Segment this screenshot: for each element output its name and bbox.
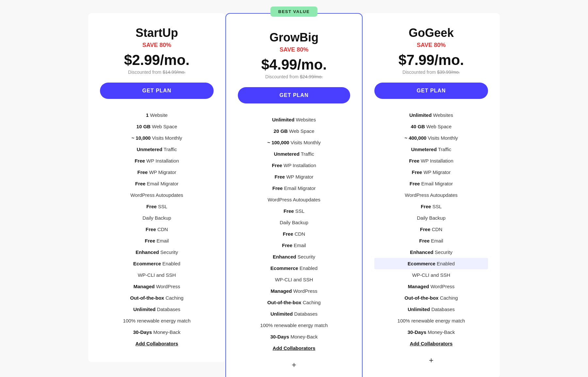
- plan-card-startup: StartUpSAVE 80%$2.99/mo.Discounted from …: [88, 13, 225, 362]
- feature-item-growbig-9: Daily Backup: [238, 217, 350, 228]
- plan-name-startup: StartUp: [100, 26, 214, 40]
- feature-item-startup-16: Out-of-the-box Caching: [100, 292, 214, 304]
- get-plan-btn-startup[interactable]: GET PLAN: [100, 83, 214, 99]
- feature-item-startup-15: Managed WordPress: [100, 281, 214, 292]
- plus-icon-gogeek: +: [374, 356, 488, 365]
- plan-card-gogeek: GoGeekSAVE 80%$7.99/mo.Discounted from $…: [363, 13, 500, 377]
- feature-item-startup-14: WP-CLI and SSH: [100, 269, 214, 281]
- feature-item-gogeek-14: WP-CLI and SSH: [374, 269, 488, 281]
- feature-item-gogeek-15: Managed WordPress: [374, 281, 488, 292]
- feature-item-gogeek-8: Free SSL: [374, 201, 488, 212]
- feature-item-gogeek-6: Free Email Migrator: [374, 178, 488, 189]
- feature-item-gogeek-17: Unlimited Databases: [374, 304, 488, 315]
- price-growbig: $4.99/mo.: [238, 56, 350, 73]
- feature-item-startup-7: WordPress Autoupdates: [100, 189, 214, 201]
- feature-item-gogeek-7: WordPress Autoupdates: [374, 189, 488, 201]
- feature-item-gogeek-9: Daily Backup: [374, 212, 488, 224]
- discounted-from-growbig: Discounted from $24.99/mo.: [238, 74, 350, 79]
- feature-item-growbig-16: Out-of-the-box Caching: [238, 297, 350, 308]
- feature-item-gogeek-19: 30-Days Money-Back: [374, 326, 488, 338]
- feature-item-gogeek-0: Unlimited Websites: [374, 109, 488, 121]
- plan-name-growbig: GrowBig: [238, 31, 350, 44]
- feature-item-startup-3: Unmetered Traffic: [100, 144, 214, 155]
- save-label-growbig: SAVE 80%: [238, 46, 350, 53]
- features-list-growbig: Unlimited Websites20 GB Web Space~ 100,0…: [238, 114, 350, 354]
- save-label-gogeek: SAVE 80%: [374, 42, 488, 49]
- feature-item-gogeek-10: Free CDN: [374, 224, 488, 235]
- feature-item-gogeek-3: Unmetered Traffic: [374, 144, 488, 155]
- feature-item-growbig-13: Ecommerce Enabled: [238, 262, 350, 274]
- feature-item-startup-8: Free SSL: [100, 201, 214, 212]
- feature-item-growbig-8: Free SSL: [238, 205, 350, 217]
- feature-item-growbig-7: WordPress Autoupdates: [238, 194, 350, 205]
- feature-item-startup-11: Free Email: [100, 235, 214, 246]
- feature-item-gogeek-2: ~ 400,000 Visits Monthly: [374, 132, 488, 144]
- feature-item-startup-18: 100% renewable energy match: [100, 315, 214, 326]
- feature-item-gogeek-16: Out-of-the-box Caching: [374, 292, 488, 304]
- save-label-startup: SAVE 80%: [100, 42, 214, 49]
- feature-item-growbig-6: Free Email Migrator: [238, 182, 350, 194]
- feature-item-growbig-0: Unlimited Websites: [238, 114, 350, 125]
- feature-item-gogeek-12: Enhanced Security: [374, 246, 488, 258]
- feature-item-startup-4: Free WP Installation: [100, 155, 214, 166]
- feature-item-growbig-18: 100% renewable energy match: [238, 320, 350, 331]
- feature-item-growbig-2: ~ 100,000 Visits Monthly: [238, 137, 350, 148]
- feature-item-gogeek-13: Ecommerce Enabled: [374, 258, 488, 269]
- plan-name-gogeek: GoGeek: [374, 26, 488, 40]
- feature-item-startup-1: 10 GB Web Space: [100, 121, 214, 132]
- best-value-badge: BEST VALUE: [270, 7, 318, 17]
- get-plan-btn-gogeek[interactable]: GET PLAN: [374, 83, 488, 99]
- feature-item-growbig-4: Free WP Installation: [238, 160, 350, 171]
- feature-item-gogeek-5: Free WP Migrator: [374, 166, 488, 178]
- pricing-container: StartUpSAVE 80%$2.99/mo.Discounted from …: [65, 13, 523, 377]
- price-startup: $2.99/mo.: [100, 52, 214, 68]
- feature-item-growbig-11: Free Email: [238, 240, 350, 251]
- feature-item-startup-19: 30-Days Money-Back: [100, 326, 214, 338]
- feature-item-gogeek-18: 100% renewable energy match: [374, 315, 488, 326]
- feature-item-startup-10: Free CDN: [100, 224, 214, 235]
- feature-item-growbig-15: Managed WordPress: [238, 285, 350, 297]
- feature-item-startup-12: Enhanced Security: [100, 246, 214, 258]
- discounted-from-gogeek: Discounted from $39.99/mo.: [374, 70, 488, 75]
- feature-item-startup-17: Unlimited Databases: [100, 304, 214, 315]
- feature-item-gogeek-1: 40 GB Web Space: [374, 121, 488, 132]
- feature-item-startup-9: Daily Backup: [100, 212, 214, 224]
- plus-icon-growbig: +: [238, 360, 350, 369]
- feature-item-gogeek-4: Free WP Installation: [374, 155, 488, 166]
- feature-item-growbig-19: 30-Days Money-Back: [238, 331, 350, 342]
- feature-item-growbig-5: Free WP Migrator: [238, 171, 350, 182]
- feature-item-startup-2: ~ 10,000 Visits Monthly: [100, 132, 214, 144]
- feature-item-growbig-1: 20 GB Web Space: [238, 125, 350, 137]
- feature-item-growbig-3: Unmetered Traffic: [238, 148, 350, 160]
- feature-item-growbig-10: Free CDN: [238, 228, 350, 240]
- feature-item-growbig-20: Add Collaborators: [238, 342, 350, 354]
- get-plan-btn-growbig[interactable]: GET PLAN: [238, 87, 350, 103]
- features-list-gogeek: Unlimited Websites40 GB Web Space~ 400,0…: [374, 109, 488, 349]
- feature-item-growbig-12: Enhanced Security: [238, 251, 350, 262]
- feature-item-startup-20: Add Collaborators: [100, 338, 214, 349]
- feature-item-startup-5: Free WP Migrator: [100, 166, 214, 178]
- feature-item-gogeek-20: Add Collaborators: [374, 338, 488, 349]
- feature-item-startup-13: Ecommerce Enabled: [100, 258, 214, 269]
- feature-item-growbig-17: Unlimited Databases: [238, 308, 350, 320]
- feature-item-startup-0: 1 Website: [100, 109, 214, 121]
- feature-item-gogeek-11: Free Email: [374, 235, 488, 246]
- discounted-from-startup: Discounted from $14.99/mo.: [100, 70, 214, 75]
- features-list-startup: 1 Website10 GB Web Space~ 10,000 Visits …: [100, 109, 214, 349]
- feature-item-startup-6: Free Email Migrator: [100, 178, 214, 189]
- plan-card-growbig: BEST VALUEGrowBigSAVE 80%$4.99/mo.Discou…: [225, 13, 363, 377]
- feature-item-growbig-14: WP-CLI and SSH: [238, 274, 350, 285]
- price-gogeek: $7.99/mo.: [374, 52, 488, 68]
